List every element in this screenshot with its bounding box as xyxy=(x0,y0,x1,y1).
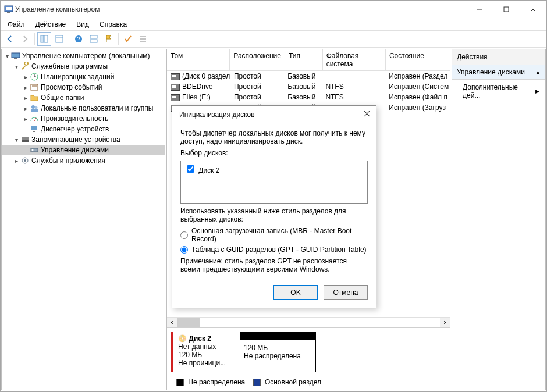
gauge-icon xyxy=(30,114,39,123)
column-headers[interactable]: Том Расположение Тип Файловая система Со… xyxy=(167,49,450,71)
toolbar-tree-button[interactable] xyxy=(37,32,51,46)
disk-name: Диск 2 xyxy=(189,334,211,343)
collapse-icon[interactable]: ▾ xyxy=(12,63,20,70)
cancel-button[interactable]: Отмена xyxy=(324,285,368,300)
tree-local-users[interactable]: ▸ Локальные пользователи и группы xyxy=(2,103,165,113)
col-volume[interactable]: Том xyxy=(167,49,230,70)
toolbar-help-button[interactable]: ? xyxy=(72,32,86,46)
disk-row[interactable]: 📀 Диск 2 Нет данных 120 МБ Не проиници..… xyxy=(171,332,446,372)
disk-checkbox-label: Диск 2 xyxy=(198,166,219,174)
col-fs[interactable]: Файловая система xyxy=(323,49,386,70)
disk-volume[interactable]: 120 МБ Не распределена xyxy=(240,332,316,372)
radio-gpt-label: Таблица с GUID разделов (GPT - GUID Part… xyxy=(191,245,367,254)
tree-task-scheduler[interactable]: ▸ Планировщик заданий xyxy=(2,72,165,82)
svg-rect-4 xyxy=(504,7,509,12)
collapse-icon[interactable]: ▾ xyxy=(3,53,11,59)
scroll-thumb[interactable] xyxy=(177,318,200,327)
maximize-button[interactable] xyxy=(493,1,520,18)
volume-icon xyxy=(171,73,180,80)
expand-icon[interactable]: ▸ xyxy=(22,116,30,122)
nav-tree[interactable]: ▾ Управление компьютером (локальным) ▾ С… xyxy=(1,49,165,390)
minimize-button[interactable] xyxy=(466,1,493,18)
tree-root[interactable]: ▾ Управление компьютером (локальным) xyxy=(2,51,165,61)
nav-back-button[interactable] xyxy=(3,32,17,46)
expand-icon[interactable]: ▸ xyxy=(22,105,30,112)
collapse-icon[interactable]: ▾ xyxy=(12,137,20,143)
col-type[interactable]: Тип xyxy=(285,49,323,70)
dialog-close-button[interactable] xyxy=(364,111,370,119)
tree-disk-management[interactable]: Управление дисками xyxy=(2,145,165,155)
chevron-right-icon: ▶ xyxy=(535,88,539,94)
toolbar-list-button[interactable] xyxy=(136,32,150,46)
tree-label: Службы и приложения xyxy=(31,156,105,165)
disk-mgmt-icon xyxy=(30,145,39,155)
toolbar-divider xyxy=(34,33,35,45)
folder-icon xyxy=(30,93,39,102)
svg-point-26 xyxy=(35,106,38,109)
menu-help[interactable]: Справка xyxy=(95,19,132,30)
toolbar-check-button[interactable] xyxy=(121,32,135,46)
tree-event-viewer[interactable]: ▸ Просмотр событий xyxy=(2,82,165,92)
cell: BDEDrive xyxy=(182,83,213,91)
tree-performance[interactable]: ▸ Производительность xyxy=(2,113,165,124)
actions-more[interactable]: Дополнительные дей... ▶ xyxy=(452,80,545,103)
expand-icon[interactable]: ▸ xyxy=(22,84,30,91)
tree-shared-folders[interactable]: ▸ Общие папки xyxy=(2,92,165,103)
nav-forward-button[interactable] xyxy=(18,32,32,46)
svg-line-28 xyxy=(34,118,36,121)
cell: Простой xyxy=(230,81,284,92)
actions-section[interactable]: Управление дисками ▲ xyxy=(452,65,545,80)
menu-view[interactable]: Вид xyxy=(72,19,94,30)
radio-mbr-row[interactable]: Основная загрузочная запись (MBR - Maste… xyxy=(180,227,368,243)
menu-action[interactable]: Действие xyxy=(31,19,71,30)
h-scrollbar[interactable]: ‹ › xyxy=(167,317,450,327)
disk-select-listbox[interactable]: Диск 2 xyxy=(180,161,368,204)
table-row[interactable]: FIles (E:) Простой Базовый NTFS Исправен… xyxy=(167,92,450,102)
disk-header[interactable]: 📀 Диск 2 Нет данных 120 МБ Не проиници..… xyxy=(171,332,240,372)
window-title: Управление компьютером xyxy=(15,5,466,13)
tree-storage[interactable]: ▾ Запоминающие устройства xyxy=(2,134,165,145)
actions-more-label: Дополнительные дей... xyxy=(463,83,535,99)
ok-button[interactable]: OK xyxy=(274,285,318,300)
caret-up-icon: ▲ xyxy=(535,69,541,75)
cell: Исправен (Раздел xyxy=(385,71,450,81)
tree-device-manager[interactable]: Диспетчер устройств xyxy=(2,124,165,134)
expand-icon[interactable]: ▸ xyxy=(22,74,30,80)
legend: Не распределена Основной раздел xyxy=(171,378,446,386)
dialog-title: Инициализация дисков xyxy=(179,111,364,119)
radio-gpt-row[interactable]: Таблица с GUID разделов (GPT - GUID Part… xyxy=(180,245,368,254)
svg-rect-27 xyxy=(31,109,38,112)
svg-text:?: ? xyxy=(77,36,80,42)
radio-mbr[interactable] xyxy=(180,231,188,239)
close-button[interactable] xyxy=(520,1,546,18)
clock-icon xyxy=(30,72,39,81)
menu-file[interactable]: Файл xyxy=(3,19,30,30)
disk-checkbox-row[interactable]: Диск 2 xyxy=(184,166,219,174)
tree-services-tools[interactable]: ▾ Служебные программы xyxy=(2,61,165,72)
col-layout[interactable]: Расположение xyxy=(230,49,285,70)
disk-checkbox[interactable] xyxy=(187,165,194,173)
expand-icon[interactable]: ▸ xyxy=(22,95,30,101)
tree-label: Производительность xyxy=(41,115,108,123)
tree-services-apps[interactable]: ▸ Службы и приложения xyxy=(2,155,165,166)
toolbar-flag-button[interactable] xyxy=(102,32,116,46)
radio-gpt[interactable] xyxy=(180,246,188,254)
col-state[interactable]: Состояние xyxy=(386,49,450,70)
cell: NTFS xyxy=(322,92,385,102)
cell: NTFS xyxy=(322,81,385,92)
table-row[interactable]: BDEDrive Простой Базовый NTFS Исправен (… xyxy=(167,81,450,92)
disk-size: 120 МБ xyxy=(178,351,202,359)
svg-rect-7 xyxy=(41,35,44,42)
volume-icon xyxy=(171,84,180,91)
dialog-intro: Чтобы диспетчер локальных дисков мог пол… xyxy=(180,129,368,145)
scroll-right-button[interactable]: › xyxy=(440,318,450,327)
toolbar-layout-button[interactable] xyxy=(87,32,101,46)
dialog-buttons: OK Отмена xyxy=(172,285,376,308)
scroll-left-button[interactable]: ‹ xyxy=(167,318,177,327)
cell: Базовый xyxy=(284,92,322,102)
volume-list[interactable]: Том Расположение Тип Файловая система Со… xyxy=(167,49,450,113)
tree-label: Диспетчер устройств xyxy=(41,125,109,133)
toolbar-props-button[interactable] xyxy=(52,32,66,46)
table-row[interactable]: (Диск 0 раздел 3) Простой Базовый Исправ… xyxy=(167,71,450,81)
expand-icon[interactable]: ▸ xyxy=(12,158,20,164)
